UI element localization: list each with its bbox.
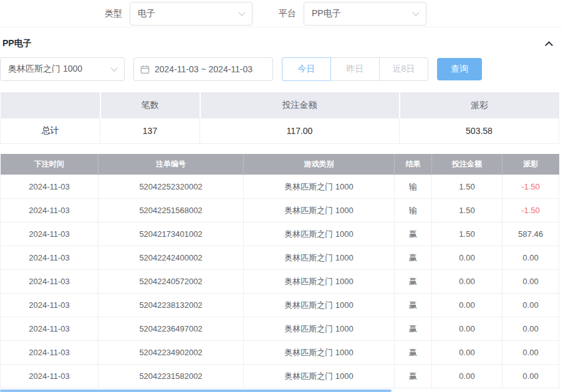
quick-range-today-button[interactable]: 今日 (282, 57, 331, 81)
payout-cell: -1.50 (503, 199, 559, 222)
date-range-value: 2024-11-03 ~ 2024-11-03 (155, 64, 253, 74)
bet-no-cell: 52042238132002 (99, 294, 244, 317)
bet-time-cell: 2024-11-03 (1, 317, 99, 341)
payout-cell: 0.00 (503, 365, 559, 388)
top-filter-bar: 类型 电子 平台 PP电子 (0, 0, 563, 27)
type-select[interactable]: 电子 (130, 2, 253, 26)
search-button[interactable]: 查询 (437, 58, 482, 80)
bet-no-cell: 52042234902002 (99, 341, 244, 365)
section-header: PP电子 (0, 31, 563, 56)
summary-count-value: 137 (100, 118, 200, 143)
table-row: 2024-11-0352042238132002奥林匹斯之门 1000赢0.00… (1, 294, 559, 317)
game-cell: 奥林匹斯之门 1000 (244, 270, 395, 294)
game-cell: 奥林匹斯之门 1000 (244, 246, 395, 270)
bets-header-game: 游戏类别 (244, 154, 395, 175)
table-row: 2024-11-0352042236497002奥林匹斯之门 1000赢0.00… (1, 317, 559, 341)
summary-header-count: 笔数 (100, 92, 200, 118)
result-cell: 赢 (395, 246, 432, 270)
summary-header-blank (1, 92, 100, 118)
section-title: PP电子 (2, 38, 32, 49)
bet-no-cell: 52042240572002 (99, 270, 244, 294)
game-cell: 奥林匹斯之门 1000 (244, 199, 395, 222)
table-row: 2024-11-0352042173401002奥林匹斯之门 1000赢1.50… (1, 222, 559, 246)
bet-amount-cell: 0.00 (432, 365, 503, 388)
bets-header-payout: 派彩 (503, 154, 559, 175)
bets-header-result: 结果 (395, 154, 432, 175)
game-select-value: 奥林匹斯之门 1000 (8, 64, 82, 75)
payout-cell: 0.00 (503, 317, 559, 341)
summary-table: 笔数 投注金额 派彩 总计 137 117.00 503.58 (0, 92, 559, 144)
payout-cell: 0.00 (503, 270, 559, 294)
summary-header-payout: 派彩 (400, 92, 559, 118)
result-cell: 输 (395, 175, 432, 199)
platform-select-value: PP电子 (312, 8, 341, 19)
payout-cell: 587.46 (503, 222, 559, 246)
platform-label: 平台 (279, 8, 296, 19)
summary-total-label: 总计 (1, 118, 100, 143)
bets-header-amount: 投注金额 (432, 154, 503, 175)
summary-amount-value: 117.00 (200, 118, 400, 143)
payout-cell: 0.00 (503, 246, 559, 270)
payout-cell: -1.50 (503, 175, 559, 199)
bet-no-cell: 52042236497002 (99, 317, 244, 341)
bet-amount-cell: 0.00 (432, 246, 503, 270)
result-cell: 赢 (395, 222, 432, 246)
bet-time-cell: 2024-11-03 (1, 365, 99, 388)
bet-time-cell: 2024-11-03 (1, 270, 99, 294)
bet-time-cell: 2024-11-03 (1, 294, 99, 317)
game-cell: 奥林匹斯之门 1000 (244, 294, 395, 317)
bet-amount-cell: 0.00 (432, 341, 503, 365)
bet-amount-cell: 1.50 (432, 222, 503, 246)
calendar-icon (140, 65, 150, 74)
platform-select[interactable]: PP电子 (304, 2, 426, 26)
horizontal-scrollbar-thumb[interactable] (0, 390, 392, 392)
platform-filter: 平台 PP电子 (279, 2, 426, 26)
bet-no-cell: 52042252320002 (99, 175, 244, 199)
bets-table-body: 2024-11-0352042252320002奥林匹斯之门 1000输1.50… (1, 175, 559, 388)
result-cell: 赢 (395, 365, 432, 388)
result-cell: 赢 (395, 341, 432, 365)
game-cell: 奥林匹斯之门 1000 (244, 222, 395, 246)
bet-no-cell: 52042251568002 (99, 199, 244, 222)
quick-range-last8days-button[interactable]: 近8日 (379, 57, 428, 81)
chevron-down-icon (412, 9, 419, 16)
bet-amount-cell: 1.50 (432, 175, 503, 199)
result-cell: 赢 (395, 294, 432, 317)
game-cell: 奥林匹斯之门 1000 (244, 365, 395, 388)
game-cell: 奥林匹斯之门 1000 (244, 341, 395, 365)
toolbar: 奥林匹斯之门 1000 2024-11-03 ~ 2024-11-03 今日 昨… (0, 57, 563, 81)
bet-amount-cell: 0.00 (432, 270, 503, 294)
type-select-value: 电子 (138, 8, 155, 19)
result-cell: 输 (395, 199, 432, 222)
payout-cell: 0.00 (503, 294, 559, 317)
table-row: 2024-11-0352042252320002奥林匹斯之门 1000输1.50… (1, 175, 559, 199)
table-row: 2024-11-0352042234902002奥林匹斯之门 1000赢0.00… (1, 341, 559, 365)
bet-no-cell: 52042242400002 (99, 246, 244, 270)
summary-header-row: 笔数 投注金额 派彩 (1, 92, 559, 118)
summary-payout-value: 503.58 (400, 118, 559, 143)
result-cell: 赢 (395, 317, 432, 341)
bet-no-cell: 52042231582002 (99, 365, 244, 388)
bet-no-cell: 52042173401002 (99, 222, 244, 246)
page: 类型 电子 平台 PP电子 PP电子 奥林匹斯之门 1000 (0, 0, 563, 392)
summary-total-row: 总计 137 117.00 503.58 (1, 118, 559, 143)
chevron-down-icon (238, 9, 245, 16)
game-select[interactable]: 奥林匹斯之门 1000 (0, 57, 125, 81)
type-label: 类型 (105, 8, 122, 19)
bet-amount-cell: 0.00 (432, 294, 503, 317)
table-row: 2024-11-0352042242400002奥林匹斯之门 1000赢0.00… (1, 246, 559, 270)
payout-cell: 0.00 (503, 341, 559, 365)
bets-header-time: 下注时间 (1, 154, 99, 175)
chevron-up-icon[interactable] (545, 41, 553, 49)
table-row: 2024-11-0352042231582002奥林匹斯之门 1000赢0.00… (1, 365, 559, 388)
date-range-picker[interactable]: 2024-11-03 ~ 2024-11-03 (133, 57, 273, 81)
bet-time-cell: 2024-11-03 (1, 341, 99, 365)
quick-range-yesterday-button[interactable]: 昨日 (330, 57, 380, 81)
type-filter: 类型 电子 (105, 2, 253, 26)
bet-time-cell: 2024-11-03 (1, 222, 99, 246)
bets-table: 下注时间 注单编号 游戏类别 结果 投注金额 派彩 2024-11-035204… (0, 154, 559, 389)
bet-amount-cell: 1.50 (432, 199, 503, 222)
bets-header-betno: 注单编号 (99, 154, 244, 175)
bet-amount-cell: 0.00 (432, 317, 503, 341)
summary-header-amount: 投注金额 (200, 92, 400, 118)
